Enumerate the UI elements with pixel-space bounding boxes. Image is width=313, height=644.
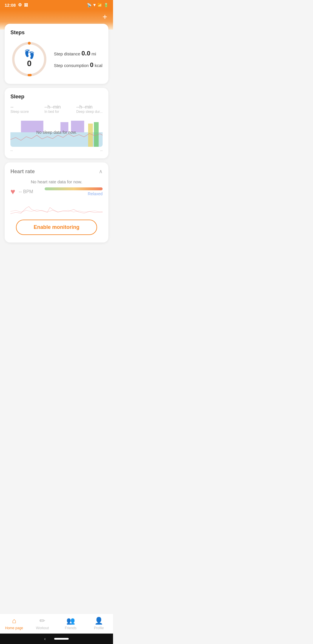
sleep-score-label: Sleep score	[10, 110, 29, 114]
bpm-text: -- BPM	[19, 189, 33, 194]
sleep-chart: No sleep data for now.	[10, 118, 103, 147]
in-bed-value: --h--min	[44, 104, 61, 110]
heart-rate-card: Heart rate ∧ No heart rate data for now.…	[5, 162, 108, 243]
footstep-icon: 👣	[24, 50, 35, 59]
chevron-up-icon[interactable]: ∧	[99, 168, 103, 175]
deep-sleep-metric: --h--min Deep sleep dur...	[76, 104, 103, 114]
heart-rate-right: Relaxed	[37, 187, 103, 196]
enable-monitoring-button[interactable]: Enable monitoring	[16, 220, 97, 235]
svg-point-2	[28, 42, 31, 45]
heart-rate-title: Heart rate	[10, 169, 35, 175]
sleep-no-data: No sleep data for now.	[36, 130, 77, 135]
add-button[interactable]: +	[103, 13, 107, 21]
in-bed-metric: --h--min In bed for	[44, 104, 61, 114]
wifi-icon: ▾	[93, 2, 96, 8]
status-time: 12:08	[5, 3, 16, 8]
steps-card: Steps 👣 0 Step distance 0.0 mi	[5, 24, 108, 84]
heart-rate-bar	[45, 187, 103, 190]
sleep-time-row: -- --	[10, 149, 103, 153]
heart-rate-content: ♥ -- BPM Relaxed	[10, 187, 103, 196]
step-distance-label: Step distance	[54, 51, 80, 56]
steps-title: Steps	[10, 30, 103, 36]
heart-rate-header: Heart rate ∧	[10, 168, 103, 175]
steps-count: 0	[27, 59, 32, 68]
step-consumption-unit: kcal	[95, 63, 103, 68]
deep-sleep-label: Deep sleep dur...	[76, 110, 103, 114]
sleep-score-metric: -- Sleep score	[10, 104, 29, 114]
step-consumption-value: 0	[90, 61, 93, 68]
step-distance-value-num: 0.0	[81, 50, 90, 57]
cast-icon: 📡	[87, 3, 92, 7]
step-consumption-label: Step consumption	[54, 63, 89, 68]
in-bed-label: In bed for	[44, 110, 59, 114]
heart-icon: ♥	[10, 187, 15, 196]
deep-sleep-value: --h--min	[76, 104, 92, 110]
battery-icon: 🔋	[104, 3, 108, 7]
image-icon: 🖼	[24, 3, 28, 7]
step-distance-row: Step distance 0.0 mi	[54, 50, 103, 57]
status-bar: 12:08 ⚙ 🖼 📡 ▾ 📶 🔋	[0, 0, 113, 10]
heart-rate-chart	[10, 199, 103, 217]
heart-rate-no-data: No heart rate data for now.	[10, 179, 103, 184]
sleep-card: Sleep -- Sleep score --h--min In bed for…	[5, 88, 108, 158]
cards-container: Steps 👣 0 Step distance 0.0 mi	[0, 24, 113, 287]
sleep-time-end: --	[100, 149, 103, 153]
gear-icon: ⚙	[18, 2, 22, 8]
step-distance-unit: mi	[92, 51, 96, 56]
heart-rate-status: Relaxed	[88, 191, 103, 196]
step-consumption-row: Step consumption 0 kcal	[54, 61, 103, 69]
svg-rect-8	[88, 124, 93, 147]
steps-circle: 👣 0	[10, 40, 48, 78]
signal-icon: 📶	[97, 3, 102, 7]
sleep-metrics: -- Sleep score --h--min In bed for --h--…	[10, 104, 103, 114]
sleep-score-value: --	[10, 104, 14, 110]
sleep-time-start: --	[10, 149, 13, 153]
sleep-title: Sleep	[10, 94, 103, 100]
